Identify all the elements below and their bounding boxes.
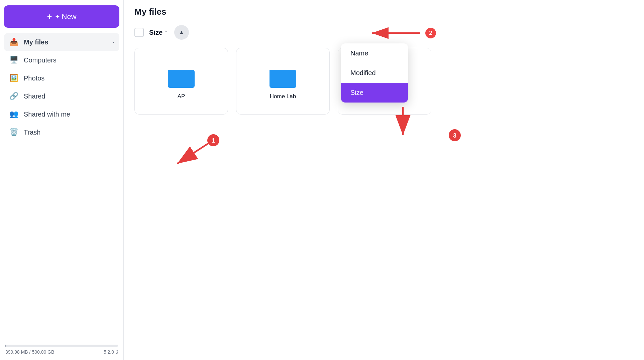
page-title: My files [134,7,633,17]
sort-dropdown-button[interactable]: ▲ [174,25,189,40]
dropdown-item-modified[interactable]: Modified [341,63,408,83]
sidebar-item-photos-label: Photos [24,74,44,82]
sidebar-item-shared-label: Shared [24,93,45,100]
svg-line-4 [177,144,208,164]
badge-1-text: 1 [212,137,215,144]
plus-icon: + [47,11,52,22]
storage-bar-container: 399.98 MB / 500.00 GB 5.2.0 β [4,342,119,355]
new-button[interactable]: + + New [4,5,119,28]
storage-bar-track [5,345,118,347]
sidebar-item-shared-with-me-label: Shared with me [24,111,70,118]
sidebar-item-shared-with-me[interactable]: 👥 Shared with me [4,105,119,123]
sidebar-item-trash[interactable]: 🗑️ Trash [4,123,119,141]
file-card-ap[interactable]: AP [134,48,228,115]
sidebar-nav: 📥 My files › 🖥️ Computers 🖼️ Photos 🔗 Sh… [4,33,119,141]
select-all-checkbox[interactable] [134,28,144,37]
users-icon: 👥 [9,110,18,119]
sidebar-item-photos[interactable]: 🖼️ Photos [4,69,119,87]
red-arrow-2 [368,26,422,40]
file-card-home-lab[interactable]: Home Lab [236,48,330,115]
sidebar-item-computers-label: Computers [24,56,57,64]
sidebar-item-computers[interactable]: 🖥️ Computers [4,51,119,69]
folder-icon-ap [168,66,195,88]
sort-current-label: Size [149,29,163,36]
trash-icon: 🗑️ [9,128,18,137]
storage-text: 399.98 MB / 500.00 GB 5.2.0 β [5,349,118,355]
toolbar: Size ↑ ▲ 2 [134,25,633,40]
badge-3-text: 3 [453,132,456,139]
svg-point-5 [207,134,219,146]
monitor-icon: 🖥️ [9,56,18,64]
sidebar-item-shared[interactable]: 🔗 Shared [4,87,119,105]
sidebar-item-trash-label: Trash [24,129,40,136]
storage-used-label: 399.98 MB / 500.00 GB [5,349,54,355]
chevron-up-icon: ▲ [179,29,184,35]
inbox-icon: 📥 [9,38,18,46]
svg-point-7 [449,129,461,141]
sidebar-item-my-files-label: My files [24,38,48,46]
annotation-2: 2 [368,26,436,40]
link-icon: 🔗 [9,92,18,101]
photos-icon: 🖼️ [9,74,18,82]
folder-icon-home-lab [270,66,296,88]
version-label: 5.2.0 β [104,349,118,355]
sidebar-item-my-files[interactable]: 📥 My files › [4,33,119,51]
file-name-ap: AP [178,93,185,100]
dropdown-item-size[interactable]: Size [341,83,408,103]
chevron-right-icon: › [112,39,114,45]
sidebar: + + New 📥 My files › 🖥️ Computers 🖼️ Pho… [0,0,124,360]
badge-2: 2 [425,28,436,38]
dropdown-item-name[interactable]: Name [341,43,408,63]
main-content: My files Size ↑ ▲ 2 Name Mo [124,0,644,360]
storage-section: 399.98 MB / 500.00 GB 5.2.0 β [4,337,119,355]
new-button-label: + New [56,12,77,21]
sort-label[interactable]: Size ↑ [149,29,168,36]
sort-arrow-icon: ↑ [165,29,168,36]
file-name-home-lab: Home Lab [270,93,296,100]
sort-dropdown-menu[interactable]: Name Modified Size [341,43,408,103]
